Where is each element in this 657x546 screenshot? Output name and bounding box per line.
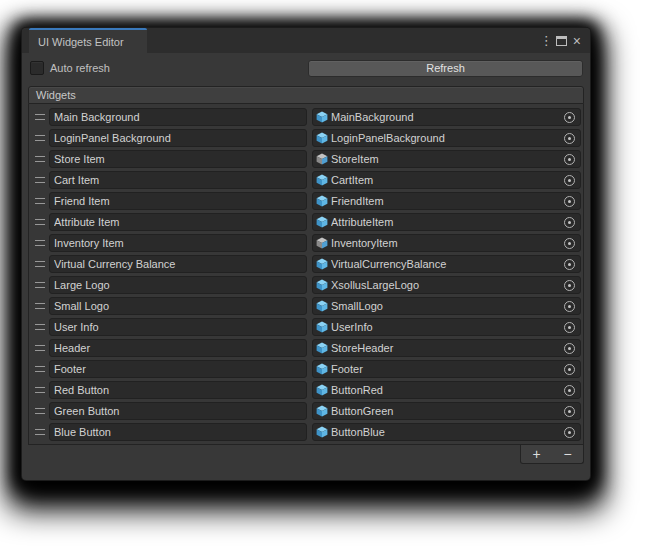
drag-handle-icon[interactable] (31, 156, 49, 162)
widget-row: SmallLogo (31, 297, 581, 315)
object-picker-icon[interactable] (564, 427, 575, 438)
widget-name-input[interactable] (49, 255, 307, 273)
object-picker-icon[interactable] (564, 196, 575, 207)
widget-object-name: StoreItem (331, 153, 564, 165)
widget-object-field[interactable]: ButtonRed (312, 381, 581, 399)
object-picker-icon[interactable] (564, 343, 575, 354)
remove-widget-button[interactable]: − (556, 446, 580, 462)
object-picker-icon[interactable] (564, 406, 575, 417)
widget-name-input[interactable] (49, 423, 307, 441)
widget-name-input[interactable] (49, 129, 307, 147)
widget-name-input[interactable] (49, 213, 307, 231)
toolbar: Auto refresh Refresh (30, 59, 583, 77)
add-widget-button[interactable]: + (525, 446, 549, 462)
object-picker-icon[interactable] (564, 259, 575, 270)
widget-name-input[interactable] (49, 360, 307, 378)
widget-object-name: CartItem (331, 174, 564, 186)
titlebar-controls: ⋮ × (540, 28, 590, 53)
drag-handle-icon[interactable] (31, 282, 49, 288)
object-picker-icon[interactable] (564, 364, 575, 375)
widget-object-field[interactable]: SmallLogo (312, 297, 581, 315)
drag-handle-icon[interactable] (31, 135, 49, 141)
object-picker-icon[interactable] (564, 238, 575, 249)
widget-name-input[interactable] (49, 297, 307, 315)
widget-row: MainBackground (31, 108, 581, 126)
widget-object-name: InventoryItem (331, 237, 564, 249)
widget-object-field[interactable]: Footer (312, 360, 581, 378)
widget-object-field[interactable]: ButtonGreen (312, 402, 581, 420)
maximize-icon[interactable] (556, 36, 567, 46)
object-picker-icon[interactable] (564, 112, 575, 123)
widget-object-field[interactable]: MainBackground (312, 108, 581, 126)
widget-object-field[interactable]: VirtualCurrencyBalance (312, 255, 581, 273)
drag-handle-icon[interactable] (31, 177, 49, 183)
drag-handle-icon[interactable] (31, 261, 49, 267)
widget-object-field[interactable]: ButtonBlue (312, 423, 581, 441)
widget-row: ButtonRed (31, 381, 581, 399)
widget-object-field[interactable]: LoginPanelBackground (312, 129, 581, 147)
prefab-cube-icon (316, 342, 328, 354)
object-picker-icon[interactable] (564, 175, 575, 186)
widget-object-name: Footer (331, 363, 564, 375)
widget-row: InventoryItem (31, 234, 581, 252)
drag-handle-icon[interactable] (31, 345, 49, 351)
widget-object-field[interactable]: StoreHeader (312, 339, 581, 357)
widget-object-field[interactable]: AttributeItem (312, 213, 581, 231)
widget-object-field[interactable]: InventoryItem (312, 234, 581, 252)
widget-object-field[interactable]: CartItem (312, 171, 581, 189)
widget-object-field[interactable]: XsollusLargeLogo (312, 276, 581, 294)
object-picker-icon[interactable] (564, 322, 575, 333)
ui-widgets-editor-window: UI Widgets Editor ⋮ × Auto refresh Refre… (22, 28, 590, 480)
drag-handle-icon[interactable] (31, 366, 49, 372)
auto-refresh-checkbox[interactable] (30, 61, 44, 75)
close-icon[interactable]: × (573, 34, 581, 48)
widget-name-input[interactable] (49, 171, 307, 189)
drag-handle-icon[interactable] (31, 240, 49, 246)
drag-handle-icon[interactable] (31, 303, 49, 309)
drag-handle-icon[interactable] (31, 387, 49, 393)
prefab-cube-icon (316, 300, 328, 312)
widget-row: UserInfo (31, 318, 581, 336)
prefab-cube-icon (316, 321, 328, 333)
widget-name-input[interactable] (49, 108, 307, 126)
widget-name-input[interactable] (49, 402, 307, 420)
object-picker-icon[interactable] (564, 154, 575, 165)
widget-object-field[interactable]: StoreItem (312, 150, 581, 168)
widget-object-field[interactable]: FriendItem (312, 192, 581, 210)
widget-name-input[interactable] (49, 339, 307, 357)
widget-object-name: MainBackground (331, 111, 564, 123)
drag-handle-icon[interactable] (31, 114, 49, 120)
widget-object-name: StoreHeader (331, 342, 564, 354)
widget-object-name: ButtonBlue (331, 426, 564, 438)
widget-object-name: LoginPanelBackground (331, 132, 564, 144)
gameobject-cube-icon (316, 153, 328, 165)
window-menu-icon[interactable]: ⋮ (540, 34, 550, 47)
widget-name-input[interactable] (49, 381, 307, 399)
widget-object-name: ButtonGreen (331, 405, 564, 417)
object-picker-icon[interactable] (564, 133, 575, 144)
object-picker-icon[interactable] (564, 385, 575, 396)
widget-object-name: XsollusLargeLogo (331, 279, 564, 291)
object-picker-icon[interactable] (564, 301, 575, 312)
drag-handle-icon[interactable] (31, 198, 49, 204)
drag-handle-icon[interactable] (31, 408, 49, 414)
widget-object-field[interactable]: UserInfo (312, 318, 581, 336)
widget-name-input[interactable] (49, 192, 307, 210)
widget-name-input[interactable] (49, 150, 307, 168)
prefab-cube-icon (316, 426, 328, 438)
widget-name-input[interactable] (49, 276, 307, 294)
auto-refresh-label: Auto refresh (50, 62, 110, 74)
tab-ui-widgets-editor[interactable]: UI Widgets Editor (29, 28, 147, 53)
widget-row: XsollusLargeLogo (31, 276, 581, 294)
refresh-button[interactable]: Refresh (308, 60, 583, 77)
drag-handle-icon[interactable] (31, 219, 49, 225)
widget-row: LoginPanelBackground (31, 129, 581, 147)
widget-name-input[interactable] (49, 234, 307, 252)
widget-name-input[interactable] (49, 318, 307, 336)
widget-row: VirtualCurrencyBalance (31, 255, 581, 273)
drag-handle-icon[interactable] (31, 429, 49, 435)
object-picker-icon[interactable] (564, 280, 575, 291)
object-picker-icon[interactable] (564, 217, 575, 228)
drag-handle-icon[interactable] (31, 324, 49, 330)
prefab-cube-icon (316, 195, 328, 207)
